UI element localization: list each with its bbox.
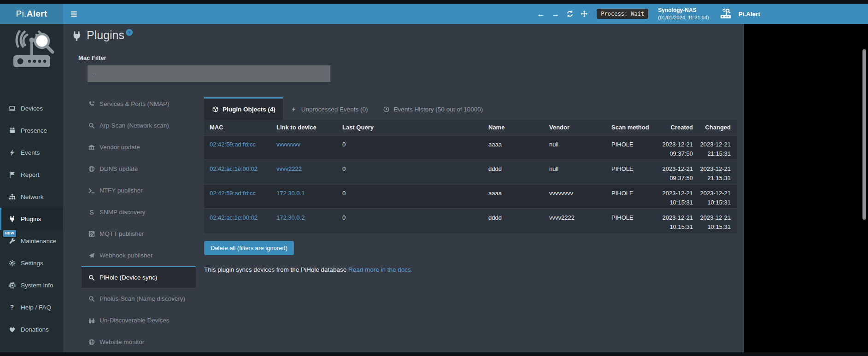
mac-filter-input[interactable] (88, 65, 330, 82)
cell-scan-method: PIHOLE (606, 160, 659, 184)
tab-label: Unprocessed Events (0) (301, 106, 368, 113)
laptop-icon (8, 105, 16, 112)
new-feature-badge: NEW (2, 229, 17, 238)
cell-created: 2023-12-21 10:15:31 (659, 209, 696, 233)
created-value: 2023-12-21 10:15:31 (663, 214, 693, 230)
cell-link-to-device: 172.30.0.2 (271, 209, 337, 233)
cell-mac: 02:42:59:ad:fd:cc (204, 184, 271, 209)
plugin-nav-label: DDNS update (100, 165, 138, 172)
plugin-nav-item-snmp-discovery[interactable]: SSNMP discovery (82, 201, 196, 223)
terminal-icon (88, 187, 95, 194)
table-header-row: MACLink to deviceLast QueryNameVendorSca… (204, 120, 737, 135)
cell-scan-method: PIHOLE (606, 184, 659, 209)
changed-value: 2023-12-21 10:15:31 (700, 214, 731, 230)
cell-last-query: 0 (337, 184, 483, 209)
brand-logo[interactable]: Pi.Alert (0, 4, 63, 24)
name-value: aaaa (488, 190, 502, 197)
column-header-link-to-device: Link to device (271, 120, 337, 135)
mac-filter-label: Mac Filter (78, 54, 106, 61)
sidebar-item-presence[interactable]: Presence (0, 119, 63, 141)
table-row: 02:42:59:ad:fd:cc172.30.0.10aaaavvvvvvvv… (204, 184, 737, 209)
mac-link[interactable]: 02:42:ac:1e:00:02 (210, 214, 258, 221)
sidebar: DevicesPresenceEventsReportNetworkPlugin… (0, 24, 63, 352)
scrollbar[interactable] (862, 49, 866, 220)
plugin-nav-item-un-discoverable-devices[interactable]: Un-Discoverable Devices (82, 309, 196, 331)
plugin-nav-item-pihole-device-sync[interactable]: PiHole (Device sync) (82, 266, 196, 288)
device-link[interactable]: 172.30.0.1 (276, 190, 305, 197)
nav-back-icon[interactable]: ← (537, 10, 545, 18)
tab-plugin-objects-4[interactable]: Plugin Objects (4) (204, 97, 283, 120)
plugin-nav-item-ntfy-publisher[interactable]: NTFY publisher (82, 180, 196, 201)
plugin-nav-item-mqtt-publisher[interactable]: MQTT publisher (82, 223, 196, 245)
changed-value: 2023-12-21 21:15:31 (700, 165, 731, 181)
sidebar-item-help-faq[interactable]: ?Help / FAQ (0, 296, 63, 318)
plugin-nav-label: Arp-Scan (Network scan) (100, 122, 169, 129)
plugin-nav-label: Website monitor (100, 338, 144, 345)
brand-suffix: Alert (27, 9, 47, 19)
plugin-nav-item-ddns-update[interactable]: DDNS update (82, 158, 196, 180)
created-value: 2023-12-21 09:37:50 (663, 141, 693, 157)
sidebar-item-events[interactable]: Events (0, 141, 63, 163)
sidebar-toggle-icon[interactable] (63, 4, 84, 24)
search-icon (88, 274, 95, 281)
refresh-icon[interactable] (566, 10, 574, 18)
move-icon[interactable] (581, 10, 588, 18)
vendor-value: null (549, 141, 558, 148)
sidebar-item-donations[interactable]: Donations (0, 318, 63, 340)
sidebar-item-plugins[interactable]: Plugins (0, 208, 63, 230)
plugin-nav-item-vendor-update[interactable]: Vendor update (82, 136, 196, 158)
changed-value: 2023-12-21 21:15:31 (700, 141, 731, 157)
cell-last-query: 0 (337, 160, 483, 184)
cube-icon (211, 106, 219, 112)
cell-last-query: 0 (337, 135, 483, 160)
sidebar-item-system-info[interactable]: System info (0, 274, 63, 296)
mac-link[interactable]: 02:42:59:ad:fd:cc (210, 190, 256, 197)
plug-icon (71, 31, 82, 43)
cell-mac: 02:42:59:ad:fd:cc (204, 135, 271, 160)
flag-icon (8, 171, 16, 178)
created-value: 2023-12-21 09:37:50 (663, 165, 693, 181)
plugin-nav-item-webhook-publisher[interactable]: Webhook publisher (82, 245, 196, 266)
sidebar-item-label: Donations (21, 326, 49, 333)
sidebar-item-settings[interactable]: Settings (0, 252, 63, 274)
last-query-value: 0 (342, 190, 346, 197)
cell-name: aaaa (483, 184, 544, 209)
sitemap-icon (8, 193, 16, 200)
cell-link-to-device: vvvvvvvv (271, 135, 337, 160)
plugin-nav-item-pholus-scan-name-discovery[interactable]: Pholus-Scan (Name discovery) (82, 288, 196, 309)
mac-link[interactable]: 02:42:ac:1e:00:02 (210, 165, 258, 172)
device-link[interactable]: 172.30.0.2 (276, 214, 305, 221)
bolt-icon (290, 106, 298, 112)
cell-changed: 2023-12-21 21:15:31 (696, 135, 737, 160)
s-letter-icon: S (88, 209, 95, 216)
tab-unprocessed-events-0[interactable]: Unprocessed Events (0) (283, 97, 375, 120)
cell-mac: 02:42:ac:1e:00:02 (204, 160, 271, 184)
tab-events-history-50-out-of-10000[interactable]: Events History (50 out of 10000) (375, 97, 491, 120)
mac-link[interactable]: 02:42:59:ad:fd:cc (210, 141, 256, 148)
plug-icon (8, 216, 16, 222)
help-badge[interactable]: ? (126, 29, 133, 36)
plugin-nav-item-website-monitor[interactable]: Website monitor (82, 331, 196, 353)
sidebar-item-network[interactable]: Network (0, 186, 63, 208)
cell-link-to-device: vvvv2222 (271, 160, 337, 184)
plugin-nav-item-services-ports-nmap[interactable]: Services & Ports (NMAP) (82, 93, 196, 115)
nav-forward-icon[interactable]: → (551, 10, 559, 18)
app-shell: DevicesPresenceEventsReportNetworkPlugin… (0, 24, 744, 352)
docs-link[interactable]: Read more in the docs. (348, 266, 413, 273)
sidebar-item-report[interactable]: Report (0, 163, 63, 186)
cell-created: 2023-12-21 09:37:50 (659, 160, 696, 184)
globe-icon (88, 166, 95, 172)
plugin-nav-item-arp-scan-network-scan[interactable]: Arp-Scan (Network scan) (82, 115, 196, 136)
column-header-created: Created (659, 120, 696, 135)
delete-all-button[interactable]: Delete all (filters are ignored) (204, 241, 294, 255)
cell-scan-method: PIHOLE (606, 209, 659, 233)
page-gutter (744, 24, 868, 352)
plugin-nav-label: SNMP discovery (100, 209, 146, 216)
device-link[interactable]: vvvvvvvv (276, 141, 300, 148)
phone-icon (88, 101, 95, 107)
router-icon (720, 8, 732, 20)
sidebar-item-devices[interactable]: Devices (0, 97, 63, 119)
brand-prefix: Pi. (16, 9, 27, 19)
device-link[interactable]: vvvv2222 (276, 165, 302, 172)
name-value: aaaa (488, 141, 502, 148)
